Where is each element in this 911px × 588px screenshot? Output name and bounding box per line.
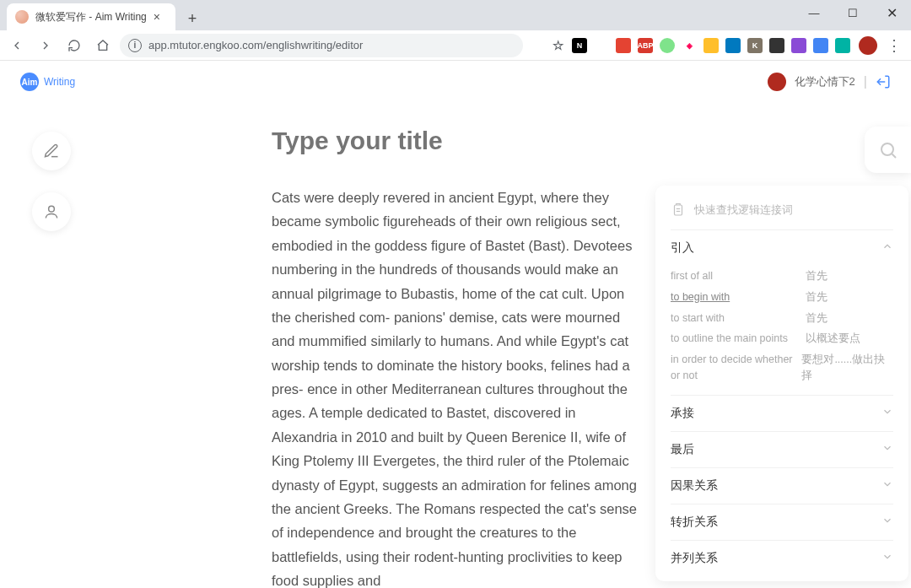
connector-zh: 首先 xyxy=(806,310,827,326)
section-title: 因果关系 xyxy=(671,478,718,494)
window-minimize[interactable]: ― xyxy=(795,0,833,25)
chevron-down-icon xyxy=(881,478,893,494)
section-header[interactable]: 引入 xyxy=(671,230,893,266)
ext-trello[interactable] xyxy=(725,38,741,53)
search-icon xyxy=(878,140,898,160)
connector-row[interactable]: first of all首先 xyxy=(671,266,893,287)
clipboard-icon xyxy=(671,202,686,218)
section-引入: 引入first of all首先to begin with首先to start … xyxy=(671,229,893,395)
connector-row[interactable]: to start with首先 xyxy=(671,308,893,329)
svg-point-2 xyxy=(881,143,893,155)
section-title: 引入 xyxy=(671,240,694,256)
address-bar[interactable]: i app.mtutor.engkoo.com/englishwriting/e… xyxy=(120,34,523,57)
section-最后: 最后 xyxy=(671,431,893,467)
ext-notion[interactable]: N xyxy=(572,38,587,53)
section-因果关系: 因果关系 xyxy=(671,467,893,504)
chevron-down-icon xyxy=(881,551,893,566)
ext-teal[interactable] xyxy=(835,38,850,53)
chevron-down-icon xyxy=(881,515,893,530)
connector-zh: 要想对......做出抉择 xyxy=(801,352,893,384)
browser-titlebar: 微软爱写作 - Aim Writing × + ― ☐ ✕ xyxy=(0,0,911,30)
left-sidebar xyxy=(32,132,71,231)
nav-home[interactable] xyxy=(91,34,115,57)
window-close[interactable]: ✕ xyxy=(872,0,911,25)
svg-rect-4 xyxy=(675,205,682,215)
profile-avatar[interactable] xyxy=(859,36,877,55)
section-转折关系: 转折关系 xyxy=(671,504,893,540)
site-info-icon[interactable]: i xyxy=(128,39,142,52)
user-name: 化学心情下2 xyxy=(795,74,855,89)
nav-reload[interactable] xyxy=(62,34,86,57)
tab-close-icon[interactable]: × xyxy=(154,10,160,24)
pencil-icon xyxy=(43,143,60,159)
section-header[interactable]: 并列关系 xyxy=(671,541,893,576)
edit-button[interactable] xyxy=(32,132,71,170)
section-承接: 承接 xyxy=(671,395,893,431)
connector-row[interactable]: in order to decide whether or not要想对....… xyxy=(671,349,893,386)
section-header[interactable]: 最后 xyxy=(671,432,893,467)
chevron-down-icon xyxy=(881,442,893,457)
section-body: first of all首先to begin with首先to start wi… xyxy=(671,266,893,395)
connector-en: in order to decide whether or not xyxy=(671,352,801,384)
user-avatar[interactable] xyxy=(768,73,786,91)
search-toggle[interactable] xyxy=(865,127,911,173)
title-input[interactable] xyxy=(272,127,643,155)
editor-area: Cats were deeply revered in ancient Egyp… xyxy=(272,127,643,588)
nav-forward[interactable] xyxy=(34,34,57,57)
connector-row[interactable]: to outline the main points以概述要点 xyxy=(671,328,893,349)
panel-hint: 快速查找逻辑连接词 xyxy=(694,202,793,218)
connector-zh: 首先 xyxy=(806,289,827,305)
connector-en: to begin with xyxy=(671,289,806,305)
app-logo[interactable]: Aim Writing xyxy=(20,73,75,91)
ext-yellow[interactable] xyxy=(703,38,719,53)
url-text: app.mtutor.engkoo.com/englishwriting/edi… xyxy=(148,39,363,51)
new-tab-button[interactable]: + xyxy=(181,7,204,30)
divider: | xyxy=(864,74,867,89)
tab-title: 微软爱写作 - Aim Writing xyxy=(35,10,147,24)
connectors-panel: 快速查找逻辑连接词 引入first of all首先to begin with首… xyxy=(655,186,908,581)
ext-adblock[interactable]: ABP xyxy=(638,38,653,53)
ext-gtranslate[interactable] xyxy=(813,38,828,53)
extensions-row: ☆NABP◈K xyxy=(528,38,854,53)
section-header[interactable]: 因果关系 xyxy=(671,468,893,504)
connector-row[interactable]: to begin with首先 xyxy=(671,287,893,308)
connector-en: to outline the main points xyxy=(671,331,806,347)
person-icon xyxy=(43,203,60,220)
section-title: 并列关系 xyxy=(671,551,718,566)
ext-purple[interactable] xyxy=(791,38,806,53)
ext-qr[interactable] xyxy=(769,38,784,53)
panel-header: 快速查找逻辑连接词 xyxy=(671,197,893,229)
connector-zh: 以概述要点 xyxy=(806,331,860,347)
section-title: 最后 xyxy=(671,442,694,457)
nav-back[interactable] xyxy=(5,34,29,57)
svg-point-1 xyxy=(49,206,55,212)
profile-button[interactable] xyxy=(32,192,71,231)
browser-tab[interactable]: 微软爱写作 - Aim Writing × xyxy=(7,3,175,30)
chevron-down-icon xyxy=(881,406,893,421)
connector-zh: 首先 xyxy=(806,268,827,284)
logo-text: Writing xyxy=(44,76,75,88)
connector-en: to start with xyxy=(671,310,806,326)
section-并列关系: 并列关系 xyxy=(671,540,893,576)
section-header[interactable]: 承接 xyxy=(671,396,893,431)
window-maximize[interactable]: ☐ xyxy=(833,0,872,25)
body-text[interactable]: Cats were deeply revered in ancient Egyp… xyxy=(272,186,643,588)
ext-green-dot[interactable] xyxy=(660,38,675,53)
app-header: Aim Writing 化学心情下2 | xyxy=(0,61,911,103)
browser-toolbar: i app.mtutor.engkoo.com/englishwriting/e… xyxy=(0,30,911,61)
logout-icon[interactable] xyxy=(876,74,891,89)
chevron-up-icon xyxy=(881,240,893,256)
section-title: 承接 xyxy=(671,406,694,421)
ext-todoist[interactable] xyxy=(616,38,631,53)
ext-translate[interactable] xyxy=(528,38,543,53)
logo-badge: Aim xyxy=(20,73,39,91)
tab-favicon xyxy=(15,10,29,24)
svg-line-3 xyxy=(892,154,896,158)
ext-diamond[interactable]: ◈ xyxy=(682,38,697,53)
connector-en: first of all xyxy=(671,268,806,284)
ext-evernote[interactable] xyxy=(594,38,609,53)
ext-star[interactable]: ☆ xyxy=(550,38,565,53)
browser-menu-icon[interactable]: ⋮ xyxy=(882,34,906,57)
ext-k[interactable]: K xyxy=(747,38,763,53)
section-header[interactable]: 转折关系 xyxy=(671,504,893,540)
